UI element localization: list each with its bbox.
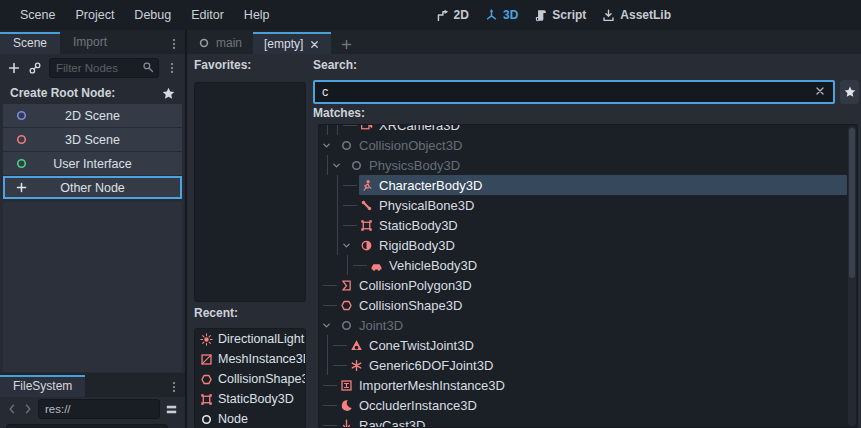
dock-menu-icon[interactable] xyxy=(168,38,180,50)
clear-search-icon[interactable] xyxy=(814,85,826,97)
tree-item-content[interactable]: OccluderInstance3D xyxy=(339,395,847,415)
recent-item-collisionshape3d[interactable]: CollisionShape3D xyxy=(195,369,305,389)
history-forward-icon[interactable] xyxy=(22,403,34,415)
tree-row-conetwistjoint3d[interactable]: ConeTwistJoint3D xyxy=(319,335,847,355)
filesystem-tab[interactable]: FileSystem xyxy=(0,375,85,397)
recent-item-label: DirectionalLight... xyxy=(218,332,305,346)
tree-item-label: ImporterMeshInstance3D xyxy=(359,378,505,393)
tree-row-physicalbone3d[interactable]: PhysicalBone3D xyxy=(319,195,847,215)
menu-item-debug[interactable]: Debug xyxy=(124,0,181,30)
tree-row-rigidbody3d[interactable]: RigidBody3D xyxy=(319,235,847,255)
recent-item-label: CollisionShape3D xyxy=(218,372,305,386)
tree-row-staticbody3d[interactable]: StaticBody3D xyxy=(319,215,847,235)
split-mode-icon[interactable] xyxy=(164,402,179,417)
tree-row-raycast3d[interactable]: RayCast3D xyxy=(319,415,847,428)
close-tab-icon[interactable] xyxy=(309,39,320,50)
collapse-chevron[interactable] xyxy=(341,235,359,255)
tree-item-label: StaticBody3D xyxy=(379,218,458,233)
tree-row-importermeshinstance3d[interactable]: ImporterMeshInstance3D xyxy=(319,375,847,395)
download-icon xyxy=(602,9,615,22)
collapse-chevron[interactable] xyxy=(321,315,339,335)
add-node-button[interactable] xyxy=(7,61,21,75)
menu-item-help[interactable]: Help xyxy=(234,0,280,30)
tree-scrollbar-thumb[interactable] xyxy=(849,128,855,278)
filesystem-filter-partial[interactable] xyxy=(6,424,168,428)
filesystem-path-input[interactable] xyxy=(39,400,159,418)
scene-dock-tab-import[interactable]: Import xyxy=(60,32,120,54)
tree-row-collisionpolygon3d[interactable]: CollisionPolygon3D xyxy=(319,275,847,295)
recent-item-node[interactable]: Node xyxy=(195,409,305,428)
root-option-user-interface[interactable]: User Interface xyxy=(3,152,182,175)
tree-row-collisionshape3d[interactable]: CollisionShape3D xyxy=(319,295,847,315)
moon-icon xyxy=(340,399,353,412)
node-circle-icon xyxy=(15,133,28,146)
tree-tick-line xyxy=(333,365,347,366)
recent-item-staticbody3d[interactable]: StaticBody3D xyxy=(195,389,305,409)
recent-item-meshinstance3d[interactable]: MeshInstance3D xyxy=(195,349,305,369)
tree-guide-line xyxy=(337,124,338,135)
scene-dock-tab-scene[interactable]: Scene xyxy=(0,32,60,54)
tree-item-content[interactable]: Generic6DOFJoint3D xyxy=(349,355,847,375)
tree-row-joint3d[interactable]: Joint3D xyxy=(319,315,847,335)
tree-row-collisionobject3d[interactable]: CollisionObject3D xyxy=(319,135,847,155)
tree-connector xyxy=(341,175,359,195)
tree-guide-line xyxy=(337,235,338,255)
workspace-button-2d[interactable]: 2D xyxy=(436,8,469,22)
menu-items: SceneProjectDebugEditorHelp xyxy=(10,0,280,30)
menu-item-project[interactable]: Project xyxy=(65,0,124,30)
tree-item-content[interactable]: StaticBody3D xyxy=(359,215,847,235)
tree-indent xyxy=(319,355,331,375)
tree-item-content[interactable]: VehicleBody3D xyxy=(369,255,847,275)
node-icon xyxy=(340,139,353,152)
tree-item-content[interactable]: ConeTwistJoint3D xyxy=(349,335,847,355)
tree-row-physicsbody3d[interactable]: PhysicsBody3D xyxy=(319,155,847,175)
new-tab-icon[interactable] xyxy=(331,38,362,51)
history-back-icon[interactable] xyxy=(6,403,18,415)
tree-item-label: Generic6DOFJoint3D xyxy=(369,358,493,373)
scene-toolbar-menu-icon[interactable] xyxy=(166,62,178,74)
tree-item-content[interactable]: CollisionPolygon3D xyxy=(339,275,847,295)
workspace-button-assetlib[interactable]: AssetLib xyxy=(602,8,671,22)
create-node-dialog: Favorites: Recent: DirectionalLight...Me… xyxy=(187,54,861,428)
tree-row-vehiclebody3d[interactable]: VehicleBody3D xyxy=(319,255,847,275)
tree-item-content[interactable]: CollisionObject3D xyxy=(339,135,847,155)
tree-row-occluderinstance3d[interactable]: OccluderInstance3D xyxy=(319,395,847,415)
toggle-favorite-button[interactable] xyxy=(840,80,859,104)
tree-item-content[interactable]: Joint3D xyxy=(339,315,847,335)
root-option-3d-scene[interactable]: 3D Scene xyxy=(3,128,182,151)
tree-item-label: CollisionPolygon3D xyxy=(359,278,472,293)
tree-guide-line xyxy=(327,355,328,375)
recent-label: Recent: xyxy=(194,306,238,320)
node-search-input[interactable] xyxy=(315,82,833,102)
favorites-star-icon[interactable] xyxy=(162,87,175,100)
workspace-button-script[interactable]: Script xyxy=(534,8,586,22)
root-option-other-node[interactable]: Other Node xyxy=(3,176,182,199)
favorites-list[interactable] xyxy=(194,82,306,302)
tree-item-content[interactable]: PhysicsBody3D xyxy=(349,155,847,175)
tree-scrollbar[interactable] xyxy=(848,126,856,426)
workspace-button-3d[interactable]: 3D xyxy=(485,8,518,22)
tree-row-xrcamera3d[interactable]: XRCamera3D xyxy=(319,124,847,135)
menu-item-editor[interactable]: Editor xyxy=(181,0,234,30)
dock-menu-icon[interactable] xyxy=(168,381,180,393)
node-circle-icon xyxy=(15,157,28,170)
menu-item-scene[interactable]: Scene xyxy=(10,0,65,30)
tree-item-content[interactable]: XRCamera3D xyxy=(359,124,847,135)
root-option-2d-scene[interactable]: 2D Scene xyxy=(3,104,182,127)
collapse-chevron[interactable] xyxy=(321,135,339,155)
scene-tab-empty[interactable]: [empty] xyxy=(253,32,331,54)
tree-tick-line xyxy=(343,225,357,226)
tree-item-content[interactable]: RayCast3D xyxy=(339,415,847,428)
tree-item-content[interactable]: CollisionShape3D xyxy=(339,295,847,315)
tree-row-characterbody3d[interactable]: CharacterBody3D xyxy=(319,175,847,195)
instance-scene-button[interactable] xyxy=(28,61,42,75)
tree-item-content[interactable]: CharacterBody3D xyxy=(359,175,847,195)
scene-tab-main[interactable]: main xyxy=(187,32,253,54)
collapse-chevron[interactable] xyxy=(331,155,349,175)
tree-item-content[interactable]: ImporterMeshInstance3D xyxy=(339,375,847,395)
tree-item-content[interactable]: RigidBody3D xyxy=(359,235,847,255)
tree-row-generic6dofjoint3d[interactable]: Generic6DOFJoint3D xyxy=(319,355,847,375)
search-icon xyxy=(142,61,154,73)
recent-item-directionallight[interactable]: DirectionalLight... xyxy=(195,329,305,349)
tree-item-content[interactable]: PhysicalBone3D xyxy=(359,195,847,215)
